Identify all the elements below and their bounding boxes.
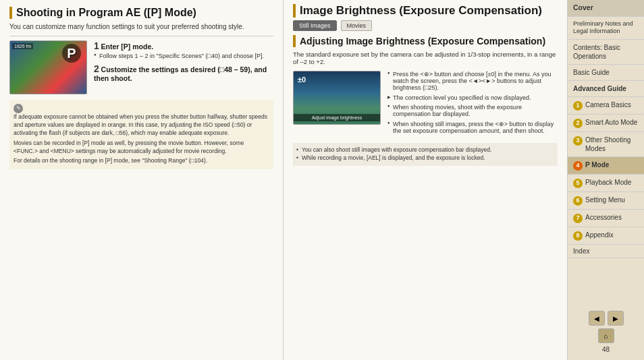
sidebar-item-advanced-guide[interactable]: Advanced Guide [568,81,644,97]
sidebar-num-1: 1 [573,101,583,111]
step1-number: 1 [94,40,99,51]
sidebar-item-contents[interactable]: Contents: Basic Operations [568,40,644,65]
cam-info: 1826 fm [12,43,33,49]
right-main-title: Image Brightness (Exposure Compensation) [293,4,558,18]
right-bullet3: When shooting still images, press the <⊕… [387,121,558,134]
sidebar-item-playback-mode[interactable]: 5Playback Mode [568,175,644,192]
sidebar-num-7: 7 [573,214,583,223]
exp-overlay: Adjust image brightness [294,114,380,121]
sidebar-num-2: 2 [573,119,583,128]
right-bullet2: When shooting movies, shoot with the exp… [387,104,558,117]
sidebar-numbered-list: 1Camera Basics2Smart Auto Mode3Other Sho… [568,97,644,245]
right-panel: Image Brightness (Exposure Compensation)… [284,0,567,360]
note2: Movies can be recorded in [P] mode as we… [14,140,269,156]
step2-title: Customize the settings as desired (□48 –… [94,65,267,82]
prev-button[interactable]: ◀ [589,311,605,326]
divider [9,36,273,36]
right-sub-title: Adjusting Image Brightness (Exposure Com… [293,35,558,47]
sidebar-item-appendix[interactable]: 8Appendix [568,227,644,245]
content-row: 1826 fm 1 Enter [P] mode. Follow steps 1… [9,40,273,94]
sidebar-item-accessories[interactable]: 7Accessories [568,210,644,227]
sidebar-item-prelim[interactable]: Preliminary Notes and Legal Information [568,17,644,40]
note-section: ✎ If adequate exposure cannot be obtaine… [9,100,273,169]
sidebar-footer: ◀ ▶ ⌂ 48 [568,305,644,360]
sidebar-label-1: Camera Basics [585,100,631,109]
sidebar-item-p-mode[interactable]: 4P Mode [568,157,644,175]
sidebar-label-5: Playback Mode [585,178,631,187]
step1-title: Enter [P] mode. [101,42,154,51]
sidebar-item-basic-guide[interactable]: Basic Guide [568,65,644,81]
tab-still-images[interactable]: Still Images [293,20,337,31]
camera-image: 1826 fm [9,40,87,94]
sidebar-num-8: 8 [573,231,583,241]
sidebar-item-camera-basics[interactable]: 1Camera Basics [568,97,644,115]
left-subtitle: You can customize many function settings… [9,23,273,30]
left-section-title: Shooting in Program AE ([P] Mode) [9,7,273,19]
right-content-row: ±0 Adjust image brightness Press the <⊕>… [293,71,558,138]
step-2: 2 Customize the settings as desired (□48… [94,63,273,82]
exposure-image: ±0 Adjust image brightness [293,71,381,125]
sidebar-item-cover[interactable]: Cover [568,0,644,17]
sidebar-item-other-shooting-modes[interactable]: 3Other Shooting Modes [568,132,644,157]
left-panel: Shooting in Program AE ([P] Mode) You ca… [0,0,284,360]
home-button[interactable]: ⌂ [598,328,614,343]
right-bullet1: Press the <⊕> button and choose [±0] in … [387,71,558,91]
right-note1: You can also shoot still images with exp… [296,146,554,153]
tab-movies[interactable]: Movies [341,20,373,31]
sidebar-label-6: Setting Menu [585,196,625,204]
page-number: 48 [602,346,610,355]
sidebar-label-7: Accessories [585,213,622,222]
steps-col: 1 Enter [P] mode. Follow steps 1 – 2 in … [94,40,273,94]
sidebar: Cover Preliminary Notes and Legal Inform… [567,0,644,360]
note1: If adequate exposure cannot be obtained … [14,113,269,138]
step-1: 1 Enter [P] mode. Follow steps 1 – 2 in … [94,40,273,59]
sidebar-label-3: Other Shooting Modes [585,136,639,153]
step2-number: 2 [94,63,99,74]
next-button[interactable]: ▶ [608,311,624,326]
right-description: The standard exposure set by the camera … [293,51,558,65]
right-note2: While recording a movie, [AEL] is displa… [296,154,554,161]
sidebar-label-8: Appendix [585,231,614,239]
sidebar-num-5: 5 [573,179,583,188]
sidebar-num-4: 4 [573,161,583,171]
mode-tabs: Still Images Movies [293,20,558,31]
sidebar-num-6: 6 [573,196,583,206]
sidebar-item-setting-menu[interactable]: 6Setting Menu [568,192,644,210]
sidebar-label-2: Smart Auto Mode [585,118,637,127]
sidebar-item-index[interactable]: Index [568,245,644,258]
note-icon: ✎ [14,104,23,113]
sidebar-label-4: P Mode [585,160,609,169]
right-steps: Press the <⊕> button and choose [±0] in … [387,71,558,138]
step1-bullet: Follow steps 1 – 2 in "Specific Scenes" … [94,53,273,59]
note-text: If adequate exposure cannot be obtained … [14,113,269,165]
right-arrow1: The correction level you specified is no… [387,94,558,101]
sidebar-num-3: 3 [573,136,583,146]
sidebar-item-smart-auto-mode[interactable]: 2Smart Auto Mode [568,115,644,132]
right-notes: You can also shoot still images with exp… [293,143,558,166]
exp-indicator: ±0 [298,76,306,84]
note3: For details on the shooting range in [P]… [14,157,269,165]
